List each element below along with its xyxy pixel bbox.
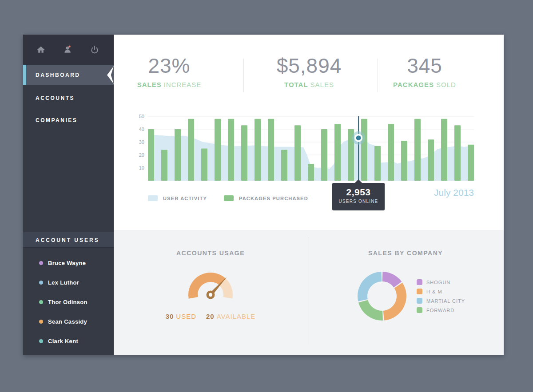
sidebar-item-dashboard[interactable]: DASHBOARD [23, 65, 114, 85]
notification-dot [68, 46, 70, 48]
account-users-list: Bruce Wayne Lex Luthor Thor Odinson Sean… [23, 253, 114, 351]
list-item-user[interactable]: Bruce Wayne [23, 253, 114, 273]
used-word: USED [176, 313, 196, 320]
stat-packages-sold: 345 PACKAGESSOLD [380, 55, 469, 88]
user-name: Thor Odinson [48, 299, 88, 305]
main-content: 23% SALESINCREASE $5,894 TOTALSALES 345 … [114, 35, 504, 355]
sidebar: DASHBOARD ACCOUNTS COMPANIES ACCOUNT USE… [23, 35, 114, 355]
home-icon[interactable] [36, 45, 45, 54]
available-word: AVAILABLE [217, 313, 256, 320]
y-axis-tick: 50 [139, 114, 144, 119]
user-status-dot [39, 300, 43, 304]
stat-label-strong: PACKAGES [393, 81, 434, 88]
stat-label-strong: SALES [137, 81, 162, 88]
legend-swatch [417, 298, 422, 304]
chart-y-axis: 5040302010 [129, 116, 144, 181]
legend-item-martial-city: MARTIAL CITY [417, 298, 465, 304]
y-axis-tick: 20 [139, 152, 144, 158]
sidebar-item-accounts[interactable]: ACCOUNTS [23, 87, 114, 109]
user-name: Clark Kent [48, 338, 78, 344]
user-icon[interactable] [63, 45, 72, 54]
y-axis-tick: 10 [139, 165, 144, 170]
user-status-dot [39, 339, 43, 343]
stat-value: 23% [127, 55, 211, 76]
available-number: 20 [206, 313, 215, 320]
stat-label: TOTALSALES [260, 81, 358, 88]
donut-legend: SHOGUN H & M MARTIAL CITY FORWARD [417, 279, 465, 317]
legend-label: PACKAGES PURCHASED [239, 196, 308, 201]
stat-value: $5,894 [260, 55, 358, 76]
legend-label: MARTIAL CITY [426, 298, 465, 304]
user-status-dot [39, 261, 43, 265]
legend-label: H & M [426, 289, 442, 294]
user-name: Lex Luthor [48, 279, 79, 286]
legend-item-shogun: SHOGUN [417, 279, 465, 285]
sidebar-topbar [23, 35, 114, 65]
sidebar-item-companies[interactable]: COMPANIES [23, 109, 114, 131]
account-users-header: ACCOUNT USERS [23, 232, 114, 248]
list-item-user[interactable]: Sean Cassidy [23, 312, 114, 331]
legend-label: USER ACTIVITY [163, 196, 207, 201]
legend-item-packages-purchased: PACKAGES PURCHASED [224, 195, 308, 201]
list-item-user[interactable]: Thor Odinson [23, 292, 114, 312]
sales-by-company-title: SALES BY COMPANY [326, 249, 485, 257]
chart-tooltip: 2,953 USERS ONLINE [332, 183, 385, 210]
legend-item-user-activity: USER ACTIVITY [148, 195, 207, 201]
legend-swatch [417, 307, 422, 313]
user-status-dot [39, 281, 43, 285]
available-count: 20AVAILABLE [206, 313, 255, 320]
stat-label-strong: TOTAL [284, 81, 308, 88]
stat-sales-increase: 23% SALESINCREASE [127, 55, 211, 88]
accounts-usage-title: ACCOUNTS USAGE [131, 249, 290, 257]
legend-swatch [417, 279, 422, 285]
panel-divider [309, 237, 309, 344]
y-axis-tick: 40 [139, 127, 144, 132]
power-icon[interactable] [90, 45, 99, 54]
tooltip-value: 2,953 [332, 187, 385, 198]
sales-donut-chart [355, 269, 409, 323]
legend-label: SHOGUN [426, 280, 450, 285]
user-status-dot [39, 320, 43, 324]
list-item-user[interactable]: Lex Luthor [23, 273, 114, 292]
legend-item-forward: FORWARD [417, 307, 465, 313]
stat-value: 345 [380, 55, 469, 76]
legend-swatch [224, 195, 234, 201]
stat-label-rest: SOLD [436, 81, 456, 88]
user-name: Sean Cassidy [48, 318, 87, 325]
chart-period-label: July 2013 [434, 187, 474, 198]
stat-divider [243, 59, 244, 92]
stat-label: SALESINCREASE [127, 81, 211, 88]
y-axis-tick: 30 [139, 139, 144, 145]
stat-divider [378, 59, 378, 92]
dashboard-card: DASHBOARD ACCOUNTS COMPANIES ACCOUNT USE… [23, 35, 504, 355]
legend-item-h-and-m: H & M [417, 289, 465, 294]
stat-label-rest: INCREASE [164, 81, 202, 88]
stat-label-rest: SALES [310, 81, 334, 88]
legend-swatch [148, 195, 158, 201]
accounts-usage-gauge [184, 267, 237, 299]
used-count: 30USED [166, 313, 196, 320]
user-name: Bruce Wayne [48, 260, 86, 266]
activity-chart[interactable] [148, 116, 474, 181]
usage-summary: 30USED 20AVAILABLE [131, 313, 290, 320]
legend-swatch [417, 289, 422, 294]
stat-total-sales: $5,894 TOTALSALES [260, 55, 358, 88]
list-item-user[interactable]: Clark Kent [23, 331, 114, 351]
used-number: 30 [166, 313, 174, 320]
stat-label: PACKAGESSOLD [380, 81, 469, 88]
tooltip-label: USERS ONLINE [332, 199, 385, 204]
chart-legend: USER ACTIVITY PACKAGES PURCHASED [148, 195, 308, 201]
legend-label: FORWARD [426, 308, 454, 313]
